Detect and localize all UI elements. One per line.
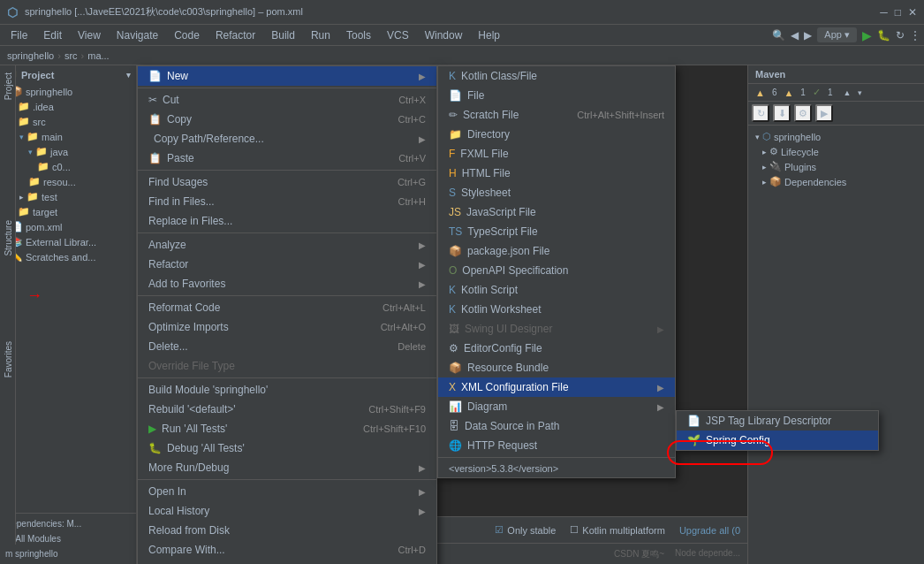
maven-item-dependencies[interactable]: ▸ 📦 Dependencies [752, 174, 920, 189]
xml-submenu-item-spring-config[interactable]: 🌱Spring Config [677, 431, 878, 450]
submenu-item-kotlin[interactable]: KKotlin Class/File [438, 66, 675, 86]
run-config-dropdown[interactable]: App ▾ [817, 27, 857, 42]
submenu-item-stylesheet[interactable]: SStylesheet [438, 183, 675, 202]
breadcrumb-part2[interactable]: src [64, 50, 78, 61]
submenu-item-directory[interactable]: 📁Directory [438, 125, 675, 144]
close-btn[interactable]: ✕ [908, 6, 917, 19]
submenu-item-resource-bundle[interactable]: 📦Resource Bundle [438, 358, 675, 377]
run-btn[interactable]: ▶ [862, 28, 872, 42]
submenu-item-xml-config[interactable]: XXML Configuration File ▶ [438, 377, 675, 397]
submenu-item-openapi[interactable]: OOpenAPI Specification [438, 261, 675, 280]
tree-item-pomxml[interactable]: 📄 pom.xml [0, 219, 136, 234]
submenu-item-http[interactable]: 🌐HTTP Request [438, 436, 675, 455]
cm-item-replace-files[interactable]: Replace in Files... [138, 211, 436, 231]
cm-item-build-module[interactable]: Build Module 'springhello' [138, 380, 436, 400]
menu-vcs[interactable]: VCS [380, 27, 416, 43]
cm-item-find-files[interactable]: Find in Files... Ctrl+H [138, 192, 436, 211]
tab-dependencies[interactable]: Dependencies: M... [2, 517, 134, 530]
cm-item-run-tests[interactable]: ▶Run 'All Tests' Ctrl+Shift+F10 [138, 419, 436, 438]
cm-item-open-in[interactable]: Open In ▶ [138, 482, 436, 501]
tree-item-test[interactable]: ▸ 📁 test [0, 189, 136, 204]
tab-all-modules[interactable]: ⬡ All Modules [2, 532, 134, 545]
submenu-item-datasource[interactable]: 🗄Data Source in Path [438, 416, 675, 436]
submenu-item-scratch[interactable]: ✏Scratch File Ctrl+Alt+Shift+Insert [438, 105, 675, 125]
submenu-item-js[interactable]: JSJavaScript File [438, 202, 675, 222]
submenu-item-ts[interactable]: TSTypeScript File [438, 222, 675, 241]
maven-download-btn[interactable]: ⬇ [773, 104, 791, 122]
maximize-btn[interactable]: □ [895, 6, 901, 19]
submenu-item-kotlin-script[interactable]: KKotlin Script [438, 280, 675, 300]
tree-item-src[interactable]: ▾ 📁 src [0, 114, 136, 129]
cm-item-open-module[interactable]: Open Module Settings F12 [138, 560, 436, 564]
minimize-btn[interactable]: ─ [880, 6, 888, 19]
submenu-item-diagram[interactable]: 📊Diagram ▶ [438, 397, 675, 416]
cm-item-more-run[interactable]: More Run/Debug ▶ [138, 458, 436, 477]
breadcrumb-part1[interactable]: springhello [7, 50, 54, 61]
menu-edit[interactable]: Edit [36, 27, 69, 43]
maven-item-lifecycle[interactable]: ▸ ⚙ Lifecycle [752, 144, 920, 159]
submenu-item-html[interactable]: HHTML File [438, 164, 675, 183]
upgrade-all-btn[interactable]: Upgrade all (0 [679, 525, 740, 536]
nav-fwd-btn[interactable]: ▶ [804, 29, 812, 42]
cm-item-paste[interactable]: 📋Paste Ctrl+V [138, 149, 436, 168]
menu-navigate[interactable]: Navigate [110, 27, 165, 43]
cm-item-copy-path[interactable]: Copy Path/Reference... ▶ [138, 129, 436, 149]
tree-item-scratches[interactable]: ▸ ✏️ Scratches and... [0, 249, 136, 264]
menu-file[interactable]: File [4, 27, 34, 43]
maven-item-springhello[interactable]: ▾ ⬡ springhello [752, 129, 920, 144]
cm-item-compare[interactable]: Compare With... Ctrl+D [138, 540, 436, 560]
maven-refresh-btn[interactable]: ↻ [752, 104, 769, 122]
more-actions-btn[interactable]: ⋮ [910, 29, 920, 42]
maven-settings-btn[interactable]: ⚙ [794, 104, 812, 122]
cm-item-cut[interactable]: ✂Cut Ctrl+X [138, 90, 436, 110]
submenu-item-fxml[interactable]: FFXML File [438, 144, 675, 164]
favorites-tab[interactable]: Favorites [2, 338, 13, 381]
tree-item-target[interactable]: ▸ 📁 target [0, 204, 136, 219]
tree-item-c0[interactable]: 📁 c0... [0, 159, 136, 174]
cm-item-copy[interactable]: 📋Copy Ctrl+C [138, 110, 436, 129]
xml-submenu-item-jsp[interactable]: 📄JSP Tag Library Descriptor [677, 411, 878, 431]
menu-help[interactable]: Help [471, 27, 507, 43]
structure-tab[interactable]: Structure [2, 217, 13, 260]
menu-run[interactable]: Run [304, 27, 337, 43]
submenu-item-kotlin-worksheet[interactable]: KKotlin Worksheet [438, 300, 675, 319]
cm-item-optimize-imports[interactable]: Optimize Imports Ctrl+Alt+O [138, 317, 436, 337]
cm-item-reload[interactable]: Reload from Disk [138, 521, 436, 540]
menu-view[interactable]: View [71, 27, 108, 43]
debug-btn[interactable]: 🐛 [877, 29, 890, 42]
cm-item-reformat[interactable]: Reformat Code Ctrl+Alt+L [138, 298, 436, 317]
tree-item-resources[interactable]: 📁 resou... [0, 174, 136, 189]
cm-item-debug-tests[interactable]: 🐛Debug 'All Tests' [138, 438, 436, 458]
cm-item-rebuild[interactable]: Rebuild '<default>' Ctrl+Shift+F9 [138, 400, 436, 419]
maven-item-plugins[interactable]: ▸ 🔌 Plugins [752, 159, 920, 174]
cm-item-delete[interactable]: Delete... Delete [138, 337, 436, 356]
cm-item-find-usages[interactable]: Find Usages Ctrl+G [138, 172, 436, 192]
menu-build[interactable]: Build [264, 27, 302, 43]
only-stable-check[interactable]: ☑ Only stable [495, 524, 556, 536]
menu-tools[interactable]: Tools [339, 27, 378, 43]
tree-item-idea[interactable]: ▸ 📁 .idea [0, 99, 136, 114]
tree-item-springhello[interactable]: ▾ 📦 springhello [0, 84, 136, 99]
menu-refactor[interactable]: Refactor [208, 27, 262, 43]
menu-code[interactable]: Code [167, 27, 207, 43]
cm-item-refactor[interactable]: Refactor ▶ [138, 255, 436, 274]
submenu-item-version[interactable]: <version>5.3.8</version> [438, 460, 675, 477]
project-tab[interactable]: Project [2, 69, 13, 103]
submenu-item-packagejson[interactable]: 📦package.json File [438, 241, 675, 261]
tab-springhello[interactable]: m springhello [2, 547, 134, 560]
cm-item-new[interactable]: 📄 New ▶ [138, 66, 436, 86]
sidebar-dropdown-icon[interactable]: ▾ [126, 71, 131, 80]
tree-item-main[interactable]: ▾ 📁 main [0, 129, 136, 144]
cm-item-analyze[interactable]: Analyze ▶ [138, 235, 436, 255]
search-everywhere-btn[interactable]: 🔍 [772, 29, 785, 42]
cm-item-add-favorites[interactable]: Add to Favorites ▶ [138, 274, 436, 293]
tree-item-external-libs[interactable]: ▸ 📚 External Librar... [0, 234, 136, 249]
menu-window[interactable]: Window [418, 27, 470, 43]
submenu-item-editorconfig[interactable]: ⚙EditorConfig File [438, 339, 675, 358]
chevron-down-icon-warn[interactable]: ▾ [858, 88, 862, 97]
breadcrumb-part3[interactable]: ma... [87, 50, 109, 61]
kotlin-multiplatform-check[interactable]: ☐ Kotlin multiplatform [570, 524, 665, 536]
cm-item-local-history[interactable]: Local History ▶ [138, 501, 436, 521]
tree-item-java[interactable]: ▾ 📁 java [0, 144, 136, 159]
sync-btn[interactable]: ↻ [896, 29, 905, 42]
